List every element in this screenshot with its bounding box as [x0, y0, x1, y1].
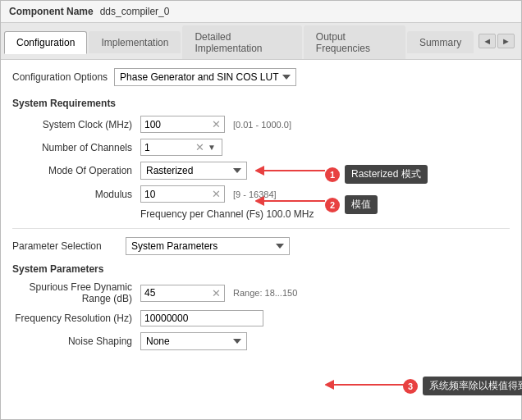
num-channels-arrow[interactable]: ▼ — [208, 143, 216, 152]
sfdr-row: Spurious Free Dynamic Range (dB) ✕ Range… — [12, 281, 510, 304]
mode-operation-label: Mode Of Operation — [12, 165, 135, 176]
sfdr-clear[interactable]: ✕ — [212, 287, 221, 299]
annotation-3: 3 系统频率除以模值得到 — [403, 377, 522, 395]
component-name-value: dds_compiler_0 — [100, 6, 170, 17]
tab-navigation: ◄ ► — [475, 30, 518, 52]
param-selection-row: Parameter Selection System Parameters — [12, 237, 510, 255]
component-name-bar: Component Name dds_compiler_0 — [1, 1, 521, 23]
freq-resolution-input[interactable] — [144, 313, 243, 324]
mode-operation-select[interactable]: Rasterized — [140, 162, 247, 180]
freq-resolution-input-wrapper — [140, 310, 263, 326]
system-clock-input[interactable] — [144, 119, 210, 130]
divider-1 — [12, 228, 510, 229]
arrow-3-svg — [325, 375, 411, 395]
system-requirements-title: System Requirements — [12, 98, 510, 109]
tab-prev-arrow[interactable]: ◄ — [478, 34, 496, 48]
tab-implementation[interactable]: Implementation — [89, 31, 181, 53]
system-clock-label: System Clock (MHz) — [12, 119, 135, 130]
sfdr-range: Range: 18...150 — [233, 288, 297, 298]
component-name-label: Component Name — [9, 6, 94, 17]
config-options-label: Configuration Options — [12, 71, 108, 83]
param-selection-label: Parameter Selection — [12, 240, 119, 252]
annotation-3-text: 系统频率除以模值得到 — [423, 377, 522, 395]
tab-detailed-implementation[interactable]: Detailed Implementation — [182, 25, 301, 59]
num-channels-input[interactable] — [144, 142, 194, 153]
modulus-row: Modulus ✕ [9 - 16384] — [12, 185, 510, 203]
system-clock-range: [0.01 - 1000.0] — [233, 120, 291, 130]
noise-shaping-label: Noise Shaping — [12, 336, 135, 347]
config-options-row: Configuration Options Phase Generator an… — [12, 68, 510, 86]
content-area: Configuration Options Phase Generator an… — [1, 60, 521, 364]
sfdr-input-wrapper: ✕ — [140, 285, 225, 302]
modulus-input[interactable] — [144, 189, 210, 200]
main-window: Component Name dds_compiler_0 Configurat… — [0, 0, 522, 420]
param-selection-select[interactable]: System Parameters — [126, 237, 290, 255]
tab-next-arrow[interactable]: ► — [497, 34, 515, 48]
annotation-3-num: 3 — [403, 379, 418, 394]
num-channels-input-wrapper: ✕ ▼ — [140, 139, 222, 156]
noise-shaping-select[interactable]: None — [140, 332, 247, 350]
system-parameters-title: System Parameters — [12, 263, 510, 275]
num-channels-clear[interactable]: ✕ — [195, 141, 204, 153]
system-clock-clear[interactable]: ✕ — [212, 118, 221, 130]
tab-output-frequencies[interactable]: Output Frequencies — [304, 25, 405, 59]
system-clock-input-wrapper: ✕ — [140, 116, 225, 133]
config-options-select[interactable]: Phase Generator and SIN COS LUT — [114, 68, 296, 86]
freq-resolution-row: Frequency Resolution (Hz) — [12, 310, 510, 326]
tabs-bar: Configuration Implementation Detailed Im… — [1, 23, 521, 60]
modulus-clear[interactable]: ✕ — [212, 188, 221, 200]
freq-per-channel: Frequency per Channel (Fs) 100.0 MHz — [140, 208, 510, 220]
system-clock-row: System Clock (MHz) ✕ [0.01 - 1000.0] — [12, 116, 510, 133]
noise-shaping-row: Noise Shaping None — [12, 332, 510, 350]
modulus-input-wrapper: ✕ — [140, 185, 225, 203]
tab-configuration[interactable]: Configuration — [4, 31, 87, 54]
sfdr-label: Spurious Free Dynamic Range (dB) — [12, 281, 135, 304]
freq-resolution-label: Frequency Resolution (Hz) — [12, 313, 135, 324]
modulus-range: [9 - 16384] — [233, 189, 277, 199]
mode-operation-row: Mode Of Operation Rasterized — [12, 162, 510, 180]
modulus-label: Modulus — [12, 189, 135, 200]
num-channels-label: Number of Channels — [12, 142, 135, 153]
tab-summary[interactable]: Summary — [407, 31, 474, 53]
num-channels-row: Number of Channels ✕ ▼ — [12, 139, 510, 156]
sfdr-input[interactable] — [144, 287, 210, 299]
